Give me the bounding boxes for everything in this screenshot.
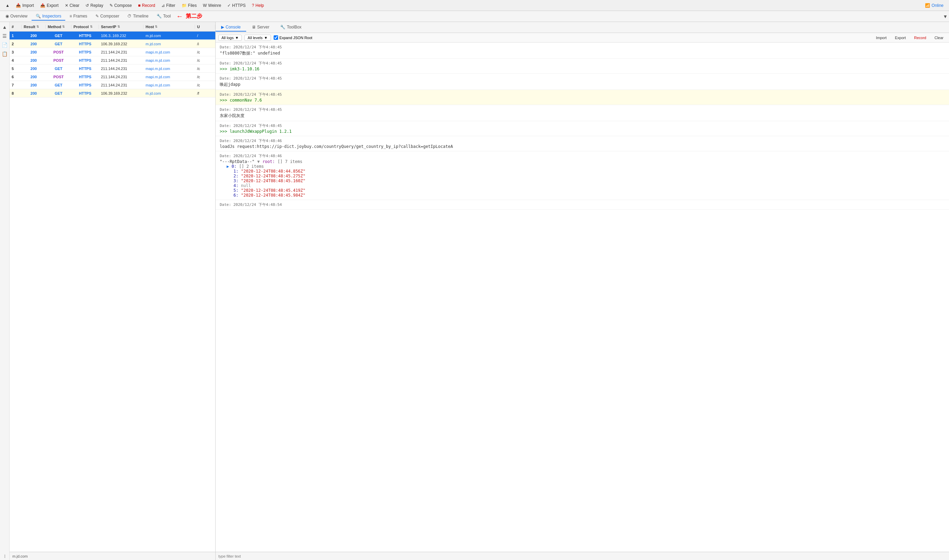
composer-icon: ✎: [96, 14, 99, 18]
cell-protocol: HTTPS: [71, 91, 99, 95]
log-level-filter[interactable]: All logs ▼: [218, 35, 242, 41]
tab-overview[interactable]: ◉ Overview: [2, 12, 32, 21]
json-rptdata-line: "---RptData--" ▼ root: [] 7 items: [220, 159, 945, 164]
table-row[interactable]: 7 200 GET HTTPS 211.144.24.231 mapi.m.jd…: [9, 81, 215, 89]
log-entry-8: Date: 2020/12/24 下午4:48:46 "---RptData--…: [216, 151, 949, 200]
col-header-result[interactable]: Result ⇅: [22, 25, 46, 29]
cell-host: m.jd.com: [143, 42, 195, 46]
cell-method: GET: [46, 66, 71, 71]
log-entry-7: Date: 2020/12/24 下午4:48:46 loadJs reques…: [216, 136, 949, 151]
cell-method: GET: [46, 42, 71, 46]
online-button[interactable]: 📶 Online: [922, 2, 946, 9]
col-header-num: #: [9, 25, 22, 29]
expand-json-root-checkbox[interactable]: [274, 35, 278, 40]
sidebar-icon-doc[interactable]: 📋: [1, 50, 9, 58]
table-row[interactable]: 1 200 GET HTTPS 106.3..169.232 m.jd.com …: [9, 32, 215, 40]
log-entry-3: Date: 2020/12/24 下午4:48:45 唤起jdapp: [216, 74, 949, 90]
cell-host: m.jd.com: [143, 91, 195, 95]
cell-url: /: [195, 34, 215, 38]
expand-json-root-label[interactable]: Expand JSON Root: [274, 35, 313, 40]
online-icon: 📶: [925, 3, 930, 8]
tab-timeline[interactable]: ⏱ Timeline: [123, 12, 153, 21]
log-entry-4: Date: 2020/12/24 下午4:48:45 >>> commonNav…: [216, 90, 949, 105]
filter-button[interactable]: ⊿ Filter: [159, 2, 178, 9]
log-content-5: 东家小院灰度: [220, 113, 945, 119]
console-log: Date: 2020/12/24 下午4:48:45 "fls08007数据:"…: [216, 43, 949, 552]
table-row[interactable]: 2 200 GET HTTPS 106.39.169.232 m.jd.com …: [9, 40, 215, 48]
col-header-serverip[interactable]: ServerIP ⇅: [99, 25, 143, 29]
console-record-button[interactable]: Record: [911, 35, 929, 40]
weinre-icon: W: [203, 3, 207, 8]
right-panel: ▶ Console 🖥 Server 🔧 ToolBox All logs ▼ …: [216, 22, 949, 560]
tab-tool[interactable]: 🔧 Tool: [153, 12, 175, 21]
tab-server[interactable]: 🖥 Server: [246, 23, 275, 32]
sidebar-icon-page[interactable]: 📄: [1, 41, 9, 49]
table-row[interactable]: 6 200 POST HTTPS 211.144.24.231 mapi.m.j…: [9, 73, 215, 81]
result-sort-icon: ⇅: [36, 25, 39, 28]
clear-button[interactable]: ✕ Clear: [62, 2, 82, 9]
import-icon: 📥: [16, 3, 21, 8]
col-header-host[interactable]: Host ⇅: [143, 25, 195, 29]
cell-protocol: HTTPS: [71, 75, 99, 79]
cell-method: POST: [46, 50, 71, 54]
tab-toolbox[interactable]: 🔧 ToolBox: [275, 23, 307, 32]
console-import-button[interactable]: Import: [873, 35, 889, 40]
level-filter[interactable]: All levels ▼: [245, 35, 271, 41]
files-button[interactable]: 📁 Files: [179, 2, 199, 9]
col-header-protocol[interactable]: Protocol ⇅: [71, 25, 99, 29]
cell-num: 6: [9, 75, 22, 79]
console-toolbar: All logs ▼ All levels ▼ Expand JSON Root…: [216, 33, 949, 43]
cell-method: POST: [46, 75, 71, 79]
compose-button[interactable]: ✎ Compose: [107, 2, 135, 9]
filter-input[interactable]: [218, 554, 946, 558]
console-export-button[interactable]: Export: [892, 35, 909, 40]
sidebar-icon-up[interactable]: ▲: [1, 23, 9, 31]
sidebar-icon-bottom[interactable]: ⁝: [1, 552, 9, 560]
col-header-method[interactable]: Method ⇅: [46, 25, 71, 29]
cell-url: /i: [195, 42, 215, 46]
cell-protocol: HTTPS: [71, 66, 99, 71]
network-panel: # Result ⇅ Method ⇅ Protocol ⇅ ServerIP …: [9, 22, 216, 560]
table-row[interactable]: 4 200 POST HTTPS 211.144.24.231 mapi.m.j…: [9, 56, 215, 65]
cell-num: 2: [9, 42, 22, 46]
json-item-3: 3: "2020-12-24T08:48:45.160Z": [220, 178, 945, 183]
tab-composer[interactable]: ✎ Composer: [91, 12, 123, 21]
log-date-4: Date: 2020/12/24 下午4:48:45: [220, 92, 945, 97]
log-entry-2: Date: 2020/12/24 下午4:48:45 >>> imk3-1.10…: [216, 58, 949, 74]
log-date-6: Date: 2020/12/24 下午4:48:45: [220, 123, 945, 128]
log-content-2: >>> imk3-1.10.16: [220, 66, 945, 71]
filter-icon: ⊿: [161, 3, 165, 8]
tab-frames[interactable]: ≡ Frames: [65, 12, 91, 21]
serverip-sort-icon: ⇅: [117, 25, 120, 28]
left-sidebar: ▲ ☰ 📄 📋 ⁝: [0, 22, 9, 560]
col-header-url: U: [195, 25, 215, 29]
import-button[interactable]: 📥 Import: [13, 2, 37, 9]
cell-serverip: 211.144.24.231: [99, 58, 143, 62]
replay-button[interactable]: ↺ Replay: [83, 2, 106, 9]
cell-serverip: 106.39.169.232: [99, 42, 143, 46]
json-item-0: ▶ 0: [] 2 items: [220, 164, 945, 169]
log-content-6: >>> launchJdWxappPlugin 1.2.1: [220, 129, 945, 134]
help-button[interactable]: ? Help: [249, 2, 267, 9]
cell-protocol: HTTPS: [71, 50, 99, 54]
https-button[interactable]: ✓ HTTPS: [225, 2, 248, 9]
table-row[interactable]: 8 200 GET HTTPS 106.39.169.232 m.jd.com …: [9, 89, 215, 97]
export-button[interactable]: 📤 Export: [37, 2, 62, 9]
server-icon: 🖥: [252, 25, 256, 29]
console-clear-button[interactable]: Clear: [932, 35, 946, 40]
record-button[interactable]: ■ Record: [135, 2, 158, 9]
cell-serverip: 211.144.24.231: [99, 66, 143, 71]
log-date-8: Date: 2020/12/24 下午4:48:46: [220, 153, 945, 158]
cell-result: 200: [22, 83, 46, 87]
replay-icon: ↺: [85, 3, 89, 8]
table-row[interactable]: 5 200 GET HTTPS 211.144.24.231 mapi.m.jd…: [9, 65, 215, 73]
tab-inspectors[interactable]: 🔍 Inspectors: [32, 12, 65, 21]
overview-icon: ◉: [6, 14, 9, 18]
dropdown-chevron-icon: ▼: [943, 14, 947, 19]
tab-console[interactable]: ▶ Console: [216, 23, 246, 32]
cell-host: mapi.m.jd.com: [143, 66, 195, 71]
weinre-button[interactable]: W Weinre: [200, 2, 224, 9]
up-button[interactable]: ▲: [3, 2, 12, 9]
sidebar-icon-list[interactable]: ☰: [1, 32, 9, 40]
table-row[interactable]: 3 200 POST HTTPS 211.144.24.231 mapi.m.j…: [9, 48, 215, 56]
